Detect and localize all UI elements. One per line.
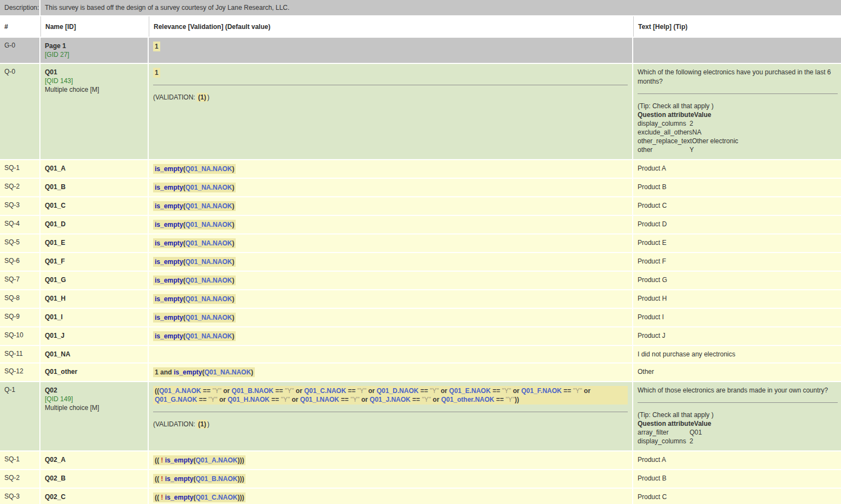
variable-token[interactable]: Q01_B.NAOK: [232, 387, 274, 395]
variable-token[interactable]: Q01_D.NAOK: [377, 387, 419, 395]
question-id-link[interactable]: [QID 149]: [45, 395, 143, 403]
operator-token: or: [439, 387, 449, 395]
string-token: "Y": [358, 387, 367, 395]
relevance-expression: is_empty(Q01_NA.NAOK): [153, 294, 236, 304]
relevance-cell: is_empty(Q01_NA.NAOK): [149, 235, 632, 252]
attribute-header-name: Question attribute: [638, 110, 694, 119]
row-number: SQ-11: [0, 346, 39, 362]
operator-token: ): [232, 202, 234, 210]
attribute-row: otherY: [638, 145, 838, 154]
string-token: "Y": [506, 396, 515, 403]
variable-token[interactable]: Q01_C.NAOK: [304, 387, 346, 395]
function-token[interactable]: is_empty: [155, 239, 183, 247]
string-token: "Y": [351, 396, 360, 403]
function-token[interactable]: is_empty: [155, 184, 183, 191]
variable-token[interactable]: Q01_NA.NAOK: [185, 221, 232, 228]
text-separator: [638, 402, 838, 403]
relevance-expression: (( ! is_empty(Q01_C.NAOK))): [153, 493, 246, 502]
validation-line: (VALIDATION: (1)): [153, 93, 628, 102]
operator-token: ): [232, 239, 234, 247]
variable-token[interactable]: Q01_NA.NAOK: [185, 239, 232, 247]
row-number: SQ-3: [0, 197, 39, 215]
function-token[interactable]: is_empty: [155, 202, 183, 210]
variable-token[interactable]: Q01_NA.NAOK: [185, 332, 232, 340]
variable-token[interactable]: Q01_F.NAOK: [521, 387, 562, 395]
function-token[interactable]: is_empty: [155, 295, 183, 303]
operator-token: ((: [155, 456, 161, 464]
name-cell: Q01_G: [40, 272, 148, 289]
relevance-cell: is_empty(Q01_NA.NAOK): [149, 327, 632, 345]
variable-token[interactable]: Q01_C.NAOK: [196, 494, 238, 501]
function-token[interactable]: is_empty: [155, 314, 183, 321]
column-header-text: Text [Help] (Tip): [633, 16, 841, 37]
function-token[interactable]: is_empty: [155, 332, 183, 340]
variable-token[interactable]: Q01_NA.NAOK: [185, 295, 232, 303]
function-token[interactable]: is_empty: [155, 165, 183, 173]
attribute-name: display_columns: [638, 119, 690, 128]
subquestion-text: Product A: [638, 455, 838, 464]
function-token[interactable]: is_empty: [155, 258, 183, 266]
relevance-expression: is_empty(Q01_NA.NAOK): [153, 257, 236, 267]
variable-token[interactable]: Q01_NA.NAOK: [185, 277, 232, 284]
relevance-cell: is_empty(Q01_NA.NAOK): [149, 272, 632, 289]
survey-logic-page: Description: This survey is based off th…: [0, 0, 841, 504]
function-token[interactable]: is_empty: [165, 494, 194, 501]
function-token[interactable]: is_empty: [165, 475, 194, 483]
operator-token: ==: [562, 387, 573, 395]
variable-token[interactable]: Q01_H.NAOK: [227, 396, 270, 403]
text-cell: Product C: [633, 489, 841, 504]
variable-token[interactable]: Q01_NA.NAOK: [185, 184, 232, 191]
function-token[interactable]: is_empty: [174, 368, 202, 376]
relevance-expression: (( ! is_empty(Q01_A.NAOK))): [153, 455, 246, 465]
text-cell: Product F: [633, 253, 841, 271]
table-row: SQ-6Q01_Fis_empty(Q01_NA.NAOK)Product F: [0, 253, 841, 271]
attribute-value: 2: [690, 437, 693, 445]
variable-token[interactable]: Q01_A.NAOK: [196, 456, 238, 464]
operator-token: ==: [494, 396, 506, 403]
subquestion-text: Product C: [638, 493, 838, 501]
negation-token: !: [161, 475, 165, 483]
column-header-relevance: Relevance [Validation] (Default value): [149, 16, 632, 37]
question-id-link[interactable]: [QID 143]: [45, 77, 143, 85]
question-text: Which of those electronics are brands ma…: [638, 386, 838, 395]
attribute-row: display_columns2: [638, 119, 838, 128]
relevance-expression: is_empty(Q01_NA.NAOK): [153, 220, 236, 230]
attribute-row: display_columns2: [638, 437, 838, 446]
function-token[interactable]: is_empty: [165, 456, 194, 464]
subquestion-text: I did not purchase any electronics: [638, 350, 838, 359]
function-token[interactable]: is_empty: [155, 221, 183, 228]
subquestion-text: Product B: [638, 474, 838, 483]
variable-token[interactable]: Q01_NA.NAOK: [185, 202, 232, 210]
operator-token: 1: [155, 69, 159, 77]
operator-token: ==: [273, 387, 285, 395]
row-number: SQ-10: [0, 327, 39, 345]
table-row: SQ-9Q01_Iis_empty(Q01_NA.NAOK)Product I: [0, 309, 841, 326]
row-number: SQ-4: [0, 216, 39, 233]
attribute-table-header: Question attributeValue: [638, 419, 838, 428]
relevance-cell: [149, 346, 632, 362]
variable-token[interactable]: Q01_NA.NAOK: [205, 368, 251, 376]
operator-token: ): [232, 221, 234, 228]
subquestion-text: Product I: [638, 313, 838, 321]
row-number: SQ-12: [0, 364, 39, 381]
variable-token[interactable]: Q01_E.NAOK: [449, 387, 490, 395]
variable-token[interactable]: Q01_J.NAOK: [370, 396, 411, 403]
variable-token[interactable]: Q01_G.NAOK: [155, 396, 197, 403]
subquestion-text: Product B: [638, 183, 838, 191]
function-token[interactable]: is_empty: [155, 277, 183, 284]
question-code: Page 1: [45, 42, 143, 50]
logic-table-body: G-0Page 1[GID 27]1Q-0Q01[QID 143]Multipl…: [0, 38, 841, 504]
row-number: SQ-8: [0, 290, 39, 308]
text-cell: Product B: [633, 470, 841, 488]
variable-token[interactable]: Q01_NA.NAOK: [185, 165, 232, 173]
variable-token[interactable]: Q01_NA.NAOK: [185, 314, 232, 321]
subquestion-text: Product C: [638, 201, 838, 210]
variable-token[interactable]: Q01_NA.NAOK: [185, 258, 232, 266]
variable-token[interactable]: Q01_B.NAOK: [196, 475, 238, 483]
variable-token[interactable]: Q01_I.NAOK: [300, 396, 339, 403]
variable-token[interactable]: Q01_other.NAOK: [441, 396, 494, 403]
question-id-link[interactable]: [GID 27]: [45, 50, 143, 59]
validation-value: (1): [197, 93, 207, 102]
relevance-cell: (( ! is_empty(Q01_C.NAOK))): [149, 489, 632, 504]
variable-token[interactable]: Q01_A.NAOK: [159, 387, 201, 395]
